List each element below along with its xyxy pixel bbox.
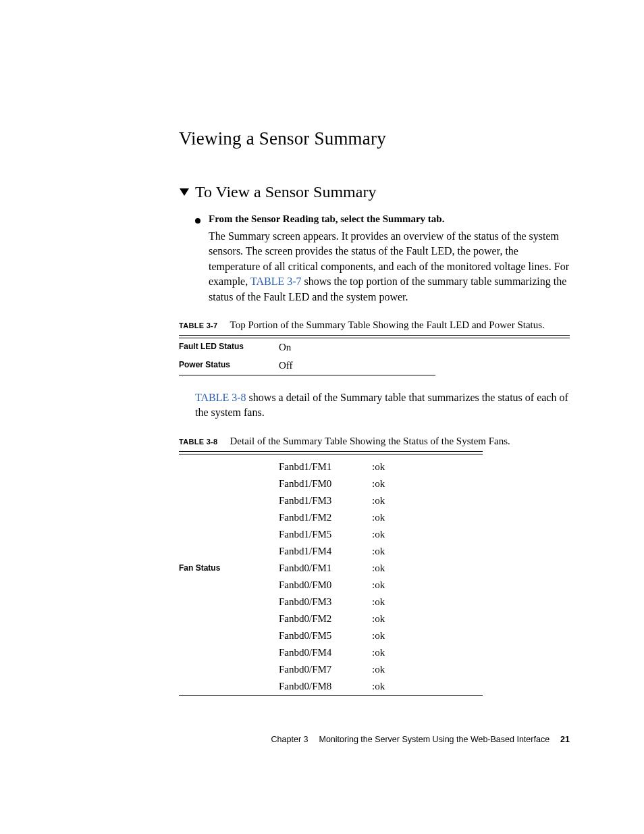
fan-status: :ok bbox=[372, 459, 483, 475]
fan-status: :ok bbox=[372, 577, 483, 594]
cell-label: Power Status bbox=[179, 357, 279, 375]
table-row: Fanbd0/FM2:ok bbox=[179, 610, 483, 627]
table-row: Fanbd1/FM4:ok bbox=[179, 543, 483, 560]
footer-title: Monitoring the Server System Using the W… bbox=[319, 735, 549, 744]
table-3-7: Fault LED Status On Power Status Off bbox=[179, 338, 435, 375]
page-number: 21 bbox=[560, 735, 570, 744]
divider bbox=[179, 695, 483, 696]
table-row: Fanbd1/FM3:ok bbox=[179, 492, 483, 509]
table-row: Fan StatusFanbd0/FM1:ok bbox=[179, 560, 483, 577]
table-row: Fault LED Status On bbox=[179, 338, 435, 357]
step-heading: To View a Sensor Summary bbox=[195, 183, 376, 201]
table-row: Fanbd0/FM0:ok bbox=[179, 577, 483, 594]
fan-group-label: Fan Status bbox=[179, 560, 279, 577]
table-3-8-caption: Detail of the Summary Table Showing the … bbox=[230, 436, 510, 447]
footer-chapter: Chapter 3 bbox=[271, 735, 308, 744]
bullet-icon bbox=[195, 218, 200, 224]
section-heading: Viewing a Sensor Summary bbox=[179, 128, 570, 149]
instruction-text: From the Sensor Reading tab, select the … bbox=[209, 213, 444, 225]
fan-status: :ok bbox=[372, 475, 483, 492]
page-footer: Chapter 3 Monitoring the Server System U… bbox=[271, 735, 570, 744]
fan-status: :ok bbox=[372, 610, 483, 627]
cell-value: Off bbox=[279, 357, 435, 375]
table-row: Power Status Off bbox=[179, 357, 435, 375]
fan-status: :ok bbox=[372, 627, 483, 644]
fan-name: Fanbd0/FM5 bbox=[279, 627, 372, 644]
body-paragraph-2: TABLE 3-8 shows a detail of the Summary … bbox=[195, 390, 570, 421]
table-row: Fanbd1/FM0:ok bbox=[179, 475, 483, 492]
table-row: Fanbd0/FM5:ok bbox=[179, 627, 483, 644]
fan-status: :ok bbox=[372, 560, 483, 577]
table-row: Fanbd0/FM4:ok bbox=[179, 644, 483, 661]
fan-status: :ok bbox=[372, 492, 483, 509]
table-row: Fanbd0/FM7:ok bbox=[179, 661, 483, 678]
fan-status: :ok bbox=[372, 543, 483, 560]
fan-status: :ok bbox=[372, 594, 483, 610]
fan-name: Fanbd0/FM4 bbox=[279, 644, 372, 661]
table-3-8-label: TABLE 3-8 bbox=[179, 438, 218, 446]
instruction-bullet: From the Sensor Reading tab, select the … bbox=[195, 213, 570, 225]
fan-name: Fanbd0/FM8 bbox=[279, 678, 372, 695]
fan-name: Fanbd1/FM3 bbox=[279, 492, 372, 509]
fan-name: Fanbd0/FM3 bbox=[279, 594, 372, 610]
table-row: Fanbd1/FM5:ok bbox=[179, 526, 483, 543]
fan-status: :ok bbox=[372, 678, 483, 695]
table-3-7-label: TABLE 3-7 bbox=[179, 321, 218, 330]
cell-value: On bbox=[279, 338, 435, 357]
fan-name: Fanbd0/FM2 bbox=[279, 610, 372, 627]
fan-status: :ok bbox=[372, 661, 483, 678]
fan-status: :ok bbox=[372, 526, 483, 543]
table-3-8-link[interactable]: TABLE 3-8 bbox=[195, 392, 246, 403]
para2-text: shows a detail of the Summary table that… bbox=[195, 392, 568, 418]
fan-name: Fanbd0/FM7 bbox=[279, 661, 372, 678]
body-paragraph-1: The Summary screen appears. It provides … bbox=[209, 229, 570, 305]
table-3-7-caption: Top Portion of the Summary Table Showing… bbox=[230, 319, 545, 331]
divider bbox=[179, 375, 435, 375]
fan-name: Fanbd0/FM1 bbox=[279, 560, 372, 577]
table-row: Fanbd1/FM2:ok bbox=[179, 509, 483, 526]
table-3-8: Fanbd1/FM1:ok Fanbd1/FM0:ok Fanbd1/FM3:o… bbox=[179, 459, 483, 695]
triangle-down-icon bbox=[179, 186, 190, 197]
fan-name: Fanbd1/FM1 bbox=[279, 459, 372, 475]
fan-status: :ok bbox=[372, 644, 483, 661]
svg-marker-0 bbox=[180, 188, 189, 196]
fan-name: Fanbd1/FM0 bbox=[279, 475, 372, 492]
fan-name: Fanbd1/FM4 bbox=[279, 543, 372, 560]
table-row: Fanbd0/FM3:ok bbox=[179, 594, 483, 610]
table-row: Fanbd0/FM8:ok bbox=[179, 678, 483, 695]
fan-name: Fanbd1/FM5 bbox=[279, 526, 372, 543]
fan-status: :ok bbox=[372, 509, 483, 526]
cell-label: Fault LED Status bbox=[179, 338, 279, 357]
table-3-7-link[interactable]: TABLE 3-7 bbox=[250, 276, 302, 287]
fan-name: Fanbd1/FM2 bbox=[279, 509, 372, 526]
table-row: Fanbd1/FM1:ok bbox=[179, 459, 483, 475]
fan-name: Fanbd0/FM0 bbox=[279, 577, 372, 594]
